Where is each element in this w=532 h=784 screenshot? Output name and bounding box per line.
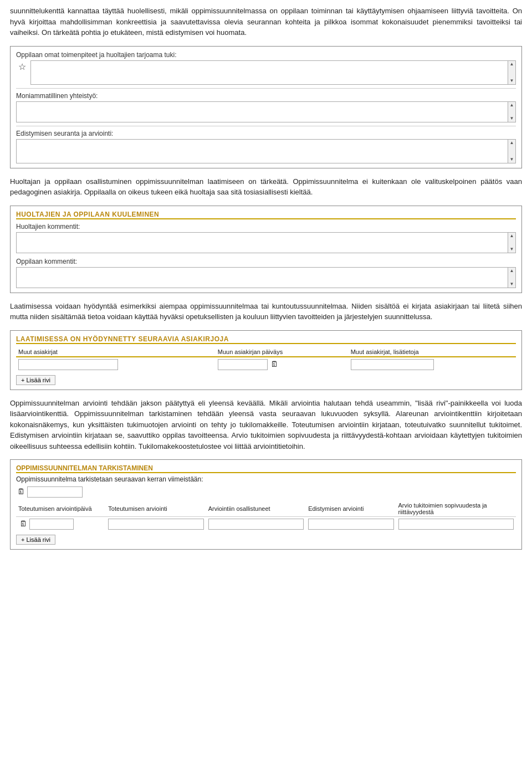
col-asiakirjat: Muut asiakirjat bbox=[16, 347, 216, 357]
tark-col5: Arvio tukitoimien sopivuudesta ja riittä… bbox=[396, 501, 516, 517]
tark-edistyminen-cell bbox=[306, 517, 396, 532]
tark-osallistuneet-input[interactable] bbox=[208, 519, 304, 530]
asiakirjoja-table: Muut asiakirjat Muun asiakirjan päiväys … bbox=[16, 347, 516, 372]
tark-col2: Toteutumisen arviointi bbox=[106, 501, 206, 517]
scroll-up-arrow-5[interactable]: ▲ bbox=[510, 269, 514, 273]
asiakirjat-input[interactable] bbox=[18, 359, 118, 370]
scroll-down-arrow[interactable]: ▼ bbox=[510, 79, 514, 83]
asiakirjoja-title: LAATIMISESSA ON HYÖDYNNETTY SEURAAVIA AS… bbox=[16, 335, 516, 344]
lisatietoja-cell bbox=[349, 357, 516, 372]
tark-arvio-input[interactable] bbox=[398, 519, 514, 530]
tarkistaminen-subtitle: Oppimissuunnitelma tarkistetaan seuraava… bbox=[16, 475, 516, 483]
divider-2 bbox=[16, 126, 516, 126]
moniammatillinen-textarea[interactable]: ▲ ▼ bbox=[16, 101, 516, 122]
edistyminen-textarea[interactable]: ▲ ▼ bbox=[16, 139, 516, 163]
tark-table-row: 🗓 bbox=[16, 517, 516, 532]
tark-date-cell: 🗓 bbox=[16, 517, 106, 532]
tark-col3: Arviointiin osallistuneet bbox=[206, 501, 306, 517]
tark-osallistuneet-cell bbox=[206, 517, 306, 532]
oppilaan-textarea[interactable]: ▲ ▼ bbox=[16, 267, 516, 288]
tarkistaminen-box: OPPIMISSUUNNITELMAN TARKISTAMINEN Oppimi… bbox=[10, 459, 522, 550]
divider-1 bbox=[16, 88, 516, 89]
kuuleminen-box: HUOLTAJIEN JA OPPILAAN KUULEMINEN Huolta… bbox=[10, 206, 522, 293]
moniammatillinen-scrollbar[interactable]: ▲ ▼ bbox=[508, 102, 515, 122]
tark-cal-icon[interactable]: 🗓 bbox=[19, 519, 27, 528]
scroll-up-arrow-4[interactable]: ▲ bbox=[510, 234, 514, 238]
tarkistaminen-table: Toteutumisen arviointipäivä Toteutumisen… bbox=[16, 501, 516, 531]
paragraph-3: Laatimisessa voidaan hyödyntää esimerkik… bbox=[10, 301, 522, 322]
tarkistaminen-date-input[interactable] bbox=[27, 486, 83, 498]
add-row-button[interactable]: + Lisää rivi bbox=[16, 375, 55, 385]
paivamaara-input[interactable] bbox=[218, 359, 268, 370]
col-paivamaara: Muun asiakirjan päiväys bbox=[216, 347, 349, 357]
huoltajien-textarea[interactable]: ▲ ▼ bbox=[16, 232, 516, 253]
tarkistaminen-calendar-icon[interactable]: 🗓 bbox=[17, 487, 25, 496]
scroll-down-arrow-5[interactable]: ▼ bbox=[510, 282, 514, 286]
asiakirjoja-box: LAATIMISESSA ON HYÖDYNNETTY SEURAAVIA AS… bbox=[10, 330, 522, 390]
paragraph-4: Oppimissuunnitelman arviointi tehdään ja… bbox=[10, 398, 522, 452]
paivamaara-cell: 🗓 bbox=[216, 357, 349, 372]
calendar-icon[interactable]: 🗓 bbox=[270, 360, 278, 368]
scroll-down-arrow-2[interactable]: ▼ bbox=[510, 116, 514, 121]
toimenpiteet-textarea[interactable]: ▲ ▼ bbox=[30, 60, 516, 85]
tark-col4: Edistymisen arviointi bbox=[306, 501, 396, 517]
tark-toteutuminen-cell bbox=[106, 517, 206, 532]
lisatietoja-input[interactable] bbox=[351, 359, 434, 370]
tark-toteutuminen-input[interactable] bbox=[108, 519, 203, 530]
col-lisatietoja: Muut asiakirjat, lisätietoja bbox=[349, 347, 516, 357]
toimenpiteet-scrollbar[interactable]: ▲ ▼ bbox=[508, 61, 515, 84]
tarkistaminen-title: OPPIMISSUUNNITELMAN TARKISTAMINEN bbox=[16, 464, 516, 473]
tark-col1: Toteutumisen arviointipäivä bbox=[16, 501, 106, 517]
tark-edistyminen-input[interactable] bbox=[308, 519, 393, 530]
huoltajien-label: Huoltajien kommentit: bbox=[16, 223, 516, 230]
huoltajien-scrollbar[interactable]: ▲ ▼ bbox=[508, 233, 515, 253]
scroll-down-arrow-3[interactable]: ▼ bbox=[510, 157, 514, 162]
moniammatillinen-label: Moniammatillinen yhteistyö: bbox=[16, 92, 516, 100]
toimenpiteet-label: Oppilaan omat toimenpiteet ja huoltajien… bbox=[16, 51, 516, 59]
toimenpiteet-box: Oppilaan omat toimenpiteet ja huoltajien… bbox=[10, 46, 522, 168]
oppilaan-label: Oppilaan kommentit: bbox=[16, 258, 516, 265]
tark-add-row-button[interactable]: + Lisää rivi bbox=[16, 535, 55, 545]
paragraph-1: suunnittelukenttä kannattaa täyttää huol… bbox=[10, 6, 522, 38]
star-icon: ☆ bbox=[16, 60, 28, 73]
table-row: 🗓 bbox=[16, 357, 516, 372]
kuuleminen-title: HUOLTAJIEN JA OPPILAAN KUULEMINEN bbox=[16, 211, 516, 219]
scroll-up-arrow[interactable]: ▲ bbox=[510, 62, 514, 66]
tark-date-input[interactable] bbox=[29, 519, 74, 530]
scroll-up-arrow-3[interactable]: ▲ bbox=[510, 141, 514, 145]
tark-arvio-cell bbox=[396, 517, 516, 532]
edistyminen-scrollbar[interactable]: ▲ ▼ bbox=[508, 140, 515, 163]
asiakirjat-cell bbox=[16, 357, 216, 372]
edistyminen-label: Edistymisen seuranta ja arviointi: bbox=[16, 130, 516, 137]
scroll-up-arrow-2[interactable]: ▲ bbox=[510, 103, 514, 107]
oppilaan-scrollbar[interactable]: ▲ ▼ bbox=[508, 268, 515, 288]
scroll-down-arrow-4[interactable]: ▼ bbox=[510, 247, 514, 252]
paragraph-2: Huoltajan ja oppilaan osallistuminen opp… bbox=[10, 176, 522, 198]
